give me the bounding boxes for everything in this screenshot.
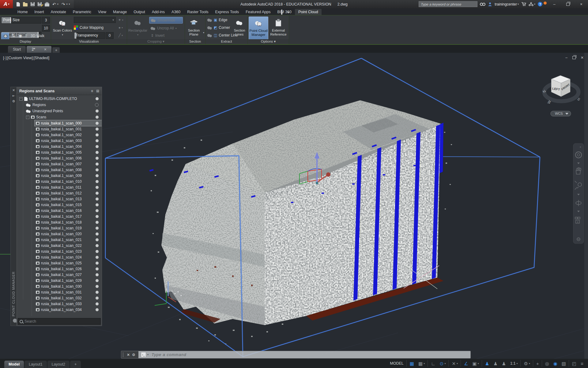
3d-view-toggle-button[interactable] <box>1 33 9 40</box>
object-snap-icon[interactable]: ▣ ▾ <box>470 360 481 367</box>
scan-row[interactable]: rusia_baikal.1_scan_009 <box>35 173 102 178</box>
scan-row[interactable]: rusia_baikal.1_scan_015 <box>35 202 102 208</box>
undo-icon[interactable]: ↶ <box>52 2 56 6</box>
scan-row[interactable]: rusia_baikal.1_scan_001 <box>35 126 102 132</box>
palette-autohide-icon[interactable]: ⇤ <box>12 94 15 99</box>
visibility-dot[interactable] <box>96 267 99 270</box>
visibility-dot[interactable] <box>96 122 99 125</box>
scan-row[interactable]: rusia_baikal.1_scan_030 <box>35 283 102 289</box>
visibility-dot[interactable] <box>96 97 99 100</box>
layout-tab[interactable]: Model <box>4 361 24 368</box>
scan-row[interactable]: rusia_baikal.1_scan_033 <box>35 301 102 307</box>
scan-row[interactable]: rusia_baikal.1_scan_023 <box>35 248 102 254</box>
external-reference-button[interactable]: External Reference <box>269 17 288 42</box>
customize-plus-icon[interactable]: + <box>533 360 541 367</box>
layout-tab[interactable]: + <box>70 361 81 368</box>
visibility-dot[interactable] <box>96 302 99 305</box>
visibility-dot[interactable] <box>96 151 99 154</box>
visibility-dot[interactable] <box>96 145 99 148</box>
cropping-panel-label[interactable]: Cropping ▾ <box>127 39 185 44</box>
point-size-slider[interactable]: Point Size <box>1 17 41 24</box>
extract-panel-label[interactable]: Extract <box>205 39 247 44</box>
drawing-minimize-icon[interactable]: – <box>565 56 567 60</box>
status-caret-icon[interactable]: ▾ <box>529 362 530 365</box>
ribbon-tab[interactable]: BIM 360 <box>274 9 295 15</box>
visibility-dot[interactable] <box>96 139 99 142</box>
section-plane-button[interactable]: Section Plane <box>186 17 202 42</box>
tree-root-row[interactable]: − ULTIMO-RUSIA-COMPLETO <box>17 96 102 102</box>
close-tab-icon[interactable]: ✕ <box>44 48 47 52</box>
visibility-dot[interactable] <box>96 109 99 113</box>
scan-row[interactable]: rusia_baikal.1_scan_020 <box>35 231 102 237</box>
scan-row[interactable]: rusia_baikal.1_scan_031 <box>35 289 102 295</box>
transparency-value[interactable]: 0 <box>106 32 114 39</box>
camera-view-icon[interactable]: ◉ <box>18 33 22 38</box>
visibility-dot[interactable] <box>96 256 99 259</box>
command-prompt[interactable]: ›_ ▾ Type a command <box>138 352 470 357</box>
show-hide-crop-button[interactable]: Show/Hide <box>149 17 183 24</box>
visibility-dot[interactable] <box>96 308 99 311</box>
collapse-icon[interactable]: − <box>19 97 23 101</box>
visibility-dot[interactable] <box>96 186 99 189</box>
palette-close-icon[interactable]: ✕ <box>12 88 15 94</box>
tree-unassigned-row[interactable]: Unassigned Points <box>17 108 102 114</box>
visibility-dot[interactable] <box>96 273 99 276</box>
grid-icon[interactable]: ▦ <box>406 360 416 367</box>
hardware-acceleration-icon[interactable]: ◉ <box>551 360 560 367</box>
annotation-visibility-icon[interactable]: ♟ <box>482 360 491 367</box>
scan-colors-button[interactable]: Scan Colors ▾ <box>53 17 72 42</box>
extract-edge-button[interactable]: ▣ Edge <box>207 17 227 23</box>
ribbon-tab[interactable]: Express Tools <box>212 9 243 15</box>
ribbon-display-options-button[interactable] <box>278 10 282 15</box>
scan-row[interactable]: rusia_baikal.1_scan_034 <box>35 307 102 312</box>
visibility-dot[interactable] <box>96 250 99 253</box>
scan-row[interactable]: rusia_baikal.1_scan_025 <box>35 260 102 266</box>
visibility-dot[interactable] <box>96 192 99 195</box>
scan-row[interactable]: rusia_baikal.1_scan_002 <box>35 132 102 138</box>
scan-row[interactable]: rusia_baikal.1_scan_012 <box>35 190 102 196</box>
infocenter-search-input[interactable]: Type a keyword or phrase <box>419 1 477 7</box>
palette-properties-gear-icon[interactable]: ⚙ <box>12 99 15 105</box>
scan-row[interactable]: rusia_baikal.1_scan_004 <box>35 144 102 149</box>
palette-search-input[interactable]: Search <box>18 318 101 325</box>
wcs-dropdown[interactable]: WCS <box>551 111 571 116</box>
visibility-dot[interactable] <box>96 232 99 236</box>
open-folder-icon[interactable] <box>23 3 28 6</box>
sphere-mini-button[interactable]: ●▾ <box>116 24 125 31</box>
scan-row[interactable]: rusia_baikal.1_scan_024 <box>35 254 102 260</box>
visibility-dot[interactable] <box>96 116 99 119</box>
command-input-placeholder[interactable]: Type a command <box>152 352 186 357</box>
visibility-dot[interactable] <box>96 221 99 224</box>
ribbon-tab[interactable]: Point Cloud <box>295 9 322 15</box>
visibility-dot[interactable] <box>96 163 99 166</box>
visibility-dot[interactable] <box>96 285 99 288</box>
redo-icon[interactable]: ↷ <box>62 2 65 6</box>
scan-row[interactable]: rusia_baikal.1_scan_026 <box>35 266 102 272</box>
redo-caret-icon[interactable]: ▾ <box>66 3 67 6</box>
visibility-dot[interactable] <box>96 215 99 218</box>
scan-row[interactable]: rusia_baikal.1_scan_003 <box>35 138 102 144</box>
scan-row[interactable]: rusia_baikal.1_scan_010 <box>35 178 102 184</box>
scan-row[interactable]: rusia_baikal.1_scan_005 <box>35 149 102 155</box>
save-icon[interactable] <box>31 2 35 6</box>
scan-row[interactable]: rusia_baikal.1_scan_007 <box>35 161 102 167</box>
layout-tab[interactable]: Layout2 <box>47 361 70 368</box>
visibility-dot[interactable] <box>96 227 99 230</box>
qat-customize-icon[interactable]: ▾ <box>69 3 70 6</box>
ribbon-tab[interactable]: A360 <box>168 9 184 15</box>
scan-row[interactable]: rusia_baikal.1_scan_011 <box>35 184 102 190</box>
visibility-dot[interactable] <box>96 209 99 212</box>
status-caret-icon[interactable]: ▾ <box>424 362 425 365</box>
minimize-window-icon[interactable]: – <box>548 0 561 8</box>
annotation-scale-value[interactable]: 1:1 ▾ <box>508 360 520 367</box>
tree-regions-row[interactable]: Regions <box>17 102 102 108</box>
list-view-icon[interactable]: ≡ <box>91 89 93 93</box>
viewport-view-control[interactable]: [Custom View] <box>7 56 33 60</box>
isodraft-icon[interactable]: ✕ ▾ <box>448 360 460 367</box>
visibility-dot[interactable] <box>96 174 99 177</box>
object-snap-tracking-icon[interactable]: ∠ <box>461 360 470 367</box>
ribbon-tab[interactable]: Featured Apps <box>242 9 274 15</box>
viewport-visual-style-control[interactable]: [Shaded] <box>33 56 49 60</box>
plot-icon[interactable] <box>45 3 49 6</box>
viewport-minimize-control[interactable]: [-] <box>3 56 7 60</box>
